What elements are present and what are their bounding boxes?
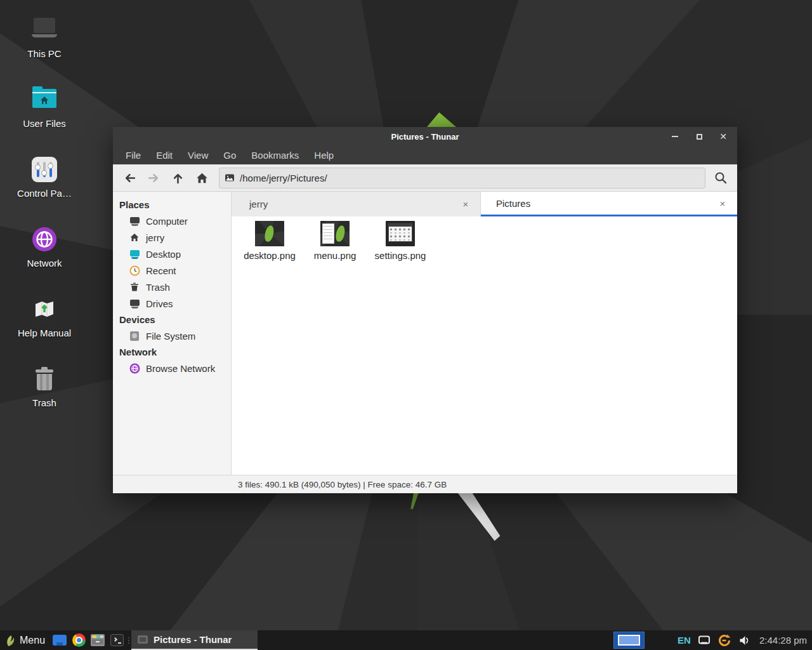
back-arrow-icon bbox=[124, 172, 136, 184]
window-thumbnail-icon bbox=[138, 635, 148, 644]
sidebar-item-desktop[interactable]: Desktop bbox=[113, 246, 231, 262]
desktop-icon-label: This PC bbox=[11, 48, 77, 59]
back-button[interactable] bbox=[118, 167, 142, 189]
menu-view[interactable]: View bbox=[181, 148, 214, 162]
terminal-icon bbox=[110, 634, 124, 646]
terminal-launcher[interactable] bbox=[107, 630, 126, 650]
up-button[interactable] bbox=[166, 167, 190, 189]
home-folder-icon bbox=[30, 85, 59, 114]
tab-jerry[interactable]: jerry × bbox=[232, 192, 481, 216]
forward-button[interactable] bbox=[142, 167, 166, 189]
image-thumbnail bbox=[386, 221, 415, 246]
recent-clock-icon bbox=[129, 265, 140, 276]
volume-icon[interactable] bbox=[738, 633, 752, 647]
forward-arrow-icon bbox=[148, 172, 160, 184]
path-text: /home/jerry/Pictures/ bbox=[240, 173, 327, 183]
map-help-icon bbox=[30, 295, 59, 324]
minimize-button[interactable] bbox=[670, 131, 680, 142]
system-tray: EN 2:44:28 pm bbox=[678, 633, 812, 647]
file-desktop-png[interactable]: desktop.png bbox=[239, 221, 300, 261]
desktop-icon-label: Network bbox=[11, 258, 77, 269]
sidebar-item-file-system[interactable]: File System bbox=[113, 328, 231, 344]
tab-close-icon[interactable]: × bbox=[460, 199, 471, 209]
files-launcher[interactable] bbox=[50, 630, 69, 650]
keyboard-layout-indicator[interactable]: EN bbox=[678, 635, 691, 646]
status-text: 3 files: 490.1 kB (490,050 bytes) | Free… bbox=[238, 480, 447, 489]
mint-logo-icon bbox=[4, 634, 15, 647]
desktop-icon-label: Control Pa… bbox=[11, 188, 77, 199]
desktop-icon-help-manual[interactable]: Help Manual bbox=[11, 295, 77, 355]
menu-edit[interactable]: Edit bbox=[150, 148, 179, 162]
file-cabinet-icon bbox=[91, 634, 105, 646]
desktop-icon-control-panel[interactable]: Control Pa… bbox=[11, 155, 77, 216]
up-arrow-icon bbox=[172, 172, 184, 184]
tab-close-icon[interactable]: × bbox=[717, 198, 728, 209]
sidebar: Places Computer jerry Desktop bbox=[113, 192, 232, 475]
workspace-switcher[interactable] bbox=[613, 632, 645, 649]
active-workspace bbox=[618, 635, 640, 646]
window-title: Pictures - Thunar bbox=[391, 132, 459, 142]
desktop-icon-trash[interactable]: Trash bbox=[11, 364, 77, 425]
image-file-icon bbox=[225, 173, 235, 183]
desktop-icon-label: User Files bbox=[11, 118, 77, 129]
computer-icon bbox=[30, 15, 59, 44]
home-icon bbox=[129, 232, 140, 243]
desktop-icon-this-pc[interactable]: This PC bbox=[11, 15, 77, 76]
desktop-icon-user-files[interactable]: User Files bbox=[11, 85, 77, 146]
sidebar-item-home[interactable]: jerry bbox=[113, 229, 231, 246]
sidebar-item-recent[interactable]: Recent bbox=[113, 262, 231, 279]
sidebar-header-places: Places bbox=[113, 197, 231, 213]
file-settings-png[interactable]: settings.png bbox=[370, 221, 431, 261]
sidebar-item-computer[interactable]: Computer bbox=[113, 213, 231, 229]
home-icon bbox=[196, 172, 208, 184]
display-icon[interactable] bbox=[697, 633, 711, 647]
image-thumbnail bbox=[320, 221, 350, 246]
trash-icon bbox=[129, 282, 140, 293]
window-titlebar[interactable]: Pictures - Thunar ✕ bbox=[113, 127, 737, 146]
menu-bookmarks[interactable]: Bookmarks bbox=[245, 148, 305, 162]
clock[interactable]: 2:44:28 pm bbox=[759, 635, 807, 646]
menu-label: Menu bbox=[20, 635, 45, 646]
sidebar-item-drives[interactable]: Drives bbox=[113, 295, 231, 312]
computer-icon bbox=[129, 216, 140, 227]
taskbar-window-button[interactable]: Pictures - Thunar bbox=[131, 630, 258, 650]
update-manager-icon[interactable] bbox=[717, 633, 731, 647]
desktop-screen: This PC User Files Control Pa… bbox=[0, 0, 812, 650]
menu-file[interactable]: File bbox=[119, 148, 147, 162]
status-bar: 3 files: 490.1 kB (490,050 bytes) | Free… bbox=[113, 475, 737, 493]
tab-bar: jerry × Pictures × bbox=[232, 192, 737, 216]
sliders-icon bbox=[30, 155, 59, 184]
sidebar-header-devices: Devices bbox=[113, 312, 231, 328]
chrome-launcher[interactable] bbox=[69, 630, 88, 650]
maximize-button[interactable] bbox=[694, 131, 704, 142]
desktop-icon-label: Trash bbox=[11, 397, 77, 408]
file-menu-png[interactable]: menu.png bbox=[304, 221, 365, 261]
desktop-icon-network[interactable]: Network bbox=[11, 225, 77, 286]
network-globe-icon bbox=[129, 363, 140, 374]
toolbar: /home/jerry/Pictures/ bbox=[113, 164, 737, 192]
hard-drive-icon bbox=[129, 331, 140, 342]
drives-icon bbox=[129, 298, 140, 309]
home-button[interactable] bbox=[190, 167, 214, 189]
menu-go[interactable]: Go bbox=[217, 148, 242, 162]
sidebar-item-trash[interactable]: Trash bbox=[113, 279, 231, 295]
desktop-icon bbox=[129, 249, 140, 260]
files-icon bbox=[53, 635, 67, 646]
image-thumbnail bbox=[255, 221, 284, 246]
tab-pictures[interactable]: Pictures × bbox=[481, 192, 737, 216]
menu-help[interactable]: Help bbox=[308, 148, 340, 162]
search-button[interactable] bbox=[709, 167, 732, 189]
taskbar: Menu Pictures - Thunar EN bbox=[0, 630, 812, 650]
archive-launcher[interactable] bbox=[88, 630, 107, 650]
sidebar-header-network: Network bbox=[113, 344, 231, 360]
path-bar[interactable]: /home/jerry/Pictures/ bbox=[219, 168, 705, 189]
globe-icon bbox=[30, 225, 59, 254]
taskbar-separator bbox=[126, 630, 131, 650]
sidebar-item-browse-network[interactable]: Browse Network bbox=[113, 360, 231, 376]
thunar-window: Pictures - Thunar ✕ File Edit View Go Bo… bbox=[113, 127, 737, 493]
trash-icon bbox=[30, 364, 59, 394]
file-view[interactable]: desktop.png menu.png bbox=[232, 216, 737, 475]
search-icon bbox=[714, 171, 728, 185]
close-button[interactable]: ✕ bbox=[718, 131, 728, 142]
start-menu-button[interactable]: Menu bbox=[0, 630, 50, 650]
